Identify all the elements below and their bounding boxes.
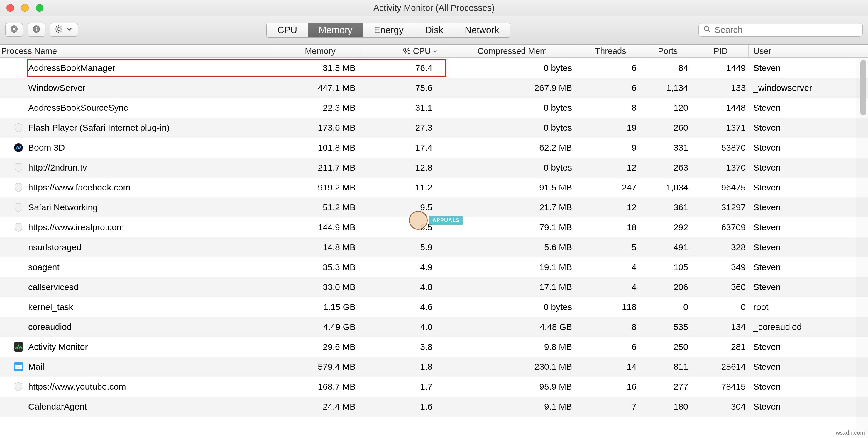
table-row[interactable]: coreaudiod4.49 GB4.04.48 GB8535134_corea…	[0, 317, 868, 337]
cell-compressed-mem: 62.2 MB	[446, 143, 579, 153]
zoom-window-button[interactable]	[36, 4, 43, 12]
cell-threads: 12	[579, 163, 643, 173]
cell-process-name: AddressBookSourceSync	[0, 103, 279, 113]
cell-compressed-mem: 9.1 MB	[446, 402, 579, 412]
cell-ports: 331	[643, 143, 693, 153]
inspect-process-button[interactable]	[28, 23, 45, 37]
vertical-scrollbar[interactable]	[856, 58, 868, 438]
cell-memory: 51.2 MB	[279, 202, 362, 212]
process-icon	[13, 123, 24, 133]
cell-process-name: https://www.youtube.com	[0, 382, 279, 392]
cell-threads: 6	[579, 83, 643, 93]
cell-memory: 24.4 MB	[279, 402, 362, 412]
actions-menu-button[interactable]	[50, 23, 78, 37]
cell-memory: 33.0 MB	[279, 282, 362, 292]
process-name-text: https://www.irealpro.com	[28, 223, 124, 232]
table-row[interactable]: kernel_task1.15 GB4.60 bytes11800root	[0, 297, 868, 317]
cell-compressed-mem: 4.48 GB	[446, 322, 579, 332]
column-process-name[interactable]: Process Name	[0, 44, 279, 58]
cell-memory: 101.8 MB	[279, 143, 362, 153]
cell-process-name: kernel_task	[0, 302, 279, 312]
search-field[interactable]	[699, 23, 863, 37]
tab-cpu[interactable]: CPU	[267, 23, 308, 37]
table-row[interactable]: Flash Player (Safari Internet plug-in)17…	[0, 118, 868, 138]
cell-ports: 260	[643, 123, 693, 133]
process-name-text: https://www.youtube.com	[28, 382, 126, 392]
column-compressed-mem[interactable]: Compressed Mem	[446, 44, 579, 58]
minimize-window-button[interactable]	[21, 4, 29, 12]
cell-ports: 120	[643, 103, 693, 113]
cell-memory: 168.7 MB	[279, 382, 362, 392]
cell-pid: 31297	[693, 202, 749, 212]
cell-process-name: Activity Monitor	[0, 342, 279, 352]
cell-pid: 63709	[693, 223, 749, 232]
cell-ports: 1,134	[643, 83, 693, 93]
svg-point-6	[57, 28, 60, 31]
column-threads[interactable]: Threads	[579, 44, 643, 58]
column-pid[interactable]: PID	[693, 44, 749, 58]
table-row[interactable]: callservicesd33.0 MB4.817.1 MB4206360Ste…	[0, 277, 868, 297]
table-row[interactable]: https://www.irealpro.com144.9 MB8.579.1 …	[0, 217, 868, 237]
table-row[interactable]: Safari Networking51.2 MB9.521.7 MB123613…	[0, 198, 868, 217]
cell-cpu: 76.4	[362, 63, 446, 73]
process-icon	[13, 143, 24, 153]
process-name-text: AddressBookManager	[28, 63, 115, 73]
svg-line-13	[60, 26, 61, 27]
cell-cpu: 1.6	[362, 402, 446, 412]
cell-threads: 4	[579, 262, 643, 272]
close-window-button[interactable]	[6, 4, 14, 12]
tab-disk[interactable]: Disk	[414, 23, 454, 37]
window-title: Activity Monitor (All Processes)	[0, 3, 868, 13]
tab-memory[interactable]: Memory	[308, 23, 364, 37]
cell-cpu: 4.8	[362, 282, 446, 292]
table-row[interactable]: soagent35.3 MB4.919.1 MB4105349Steven	[0, 257, 868, 277]
cell-cpu: 9.5	[362, 202, 446, 212]
cell-ports: 0	[643, 302, 693, 312]
cell-process-name: CalendarAgent	[0, 402, 279, 412]
cell-user: Steven	[749, 163, 868, 173]
table-row[interactable]: https://www.facebook.com919.2 MB11.291.5…	[0, 177, 868, 198]
table-row[interactable]: Mail579.4 MB1.8230.1 MB1481125614Steven	[0, 357, 868, 377]
svg-point-15	[704, 26, 709, 31]
column-user[interactable]: User	[749, 44, 868, 58]
cell-ports: 1,034	[643, 182, 693, 193]
table-row[interactable]: WindowServer447.1 MB75.6267.9 MB61,13413…	[0, 78, 868, 98]
cell-ports: 361	[643, 202, 693, 212]
cell-pid: 133	[693, 83, 749, 93]
cell-threads: 18	[579, 223, 643, 232]
table-row[interactable]: http://2ndrun.tv211.7 MB12.80 bytes12263…	[0, 158, 868, 177]
process-icon	[13, 362, 24, 372]
column-ports[interactable]: Ports	[643, 44, 693, 58]
cell-user: Steven	[749, 182, 868, 193]
cell-cpu: 27.3	[362, 123, 446, 133]
cell-cpu: 12.8	[362, 163, 446, 173]
svg-line-16	[708, 30, 710, 32]
cell-compressed-mem: 79.1 MB	[446, 223, 579, 232]
cell-compressed-mem: 0 bytes	[446, 302, 579, 312]
table-row[interactable]: Activity Monitor29.6 MB3.89.8 MB6250281S…	[0, 337, 868, 357]
process-icon	[13, 282, 24, 292]
column-cpu[interactable]: % CPU	[362, 44, 446, 58]
table-row[interactable]: AddressBookSourceSync22.3 MB31.10 bytes8…	[0, 98, 868, 118]
cell-cpu: 17.4	[362, 143, 446, 153]
search-input[interactable]	[715, 25, 858, 35]
table-row[interactable]: CalendarAgent24.4 MB1.69.1 MB7180304Stev…	[0, 397, 868, 416]
table-row[interactable]: nsurlstoraged14.8 MB5.95.6 MB5491328Stev…	[0, 237, 868, 257]
tab-network[interactable]: Network	[454, 23, 509, 37]
stop-process-button[interactable]	[5, 23, 23, 37]
cell-pid: 134	[693, 322, 749, 332]
table-row[interactable]: Boom 3D101.8 MB17.462.2 MB933153870Steve…	[0, 138, 868, 158]
table-row[interactable]: AddressBookManager31.5 MB76.40 bytes6841…	[0, 58, 868, 78]
cell-pid: 328	[693, 242, 749, 252]
cell-memory: 579.4 MB	[279, 362, 362, 372]
cell-threads: 8	[579, 103, 643, 113]
svg-line-14	[56, 31, 57, 32]
cell-cpu: 5.9	[362, 242, 446, 252]
scrollbar-thumb[interactable]	[860, 60, 866, 115]
table-row[interactable]: https://www.youtube.com168.7 MB1.795.9 M…	[0, 377, 868, 397]
process-name-text: https://www.facebook.com	[28, 182, 130, 193]
tab-energy[interactable]: Energy	[364, 23, 414, 37]
process-icon	[13, 302, 24, 312]
cell-memory: 35.3 MB	[279, 262, 362, 272]
column-memory[interactable]: Memory	[279, 44, 362, 58]
